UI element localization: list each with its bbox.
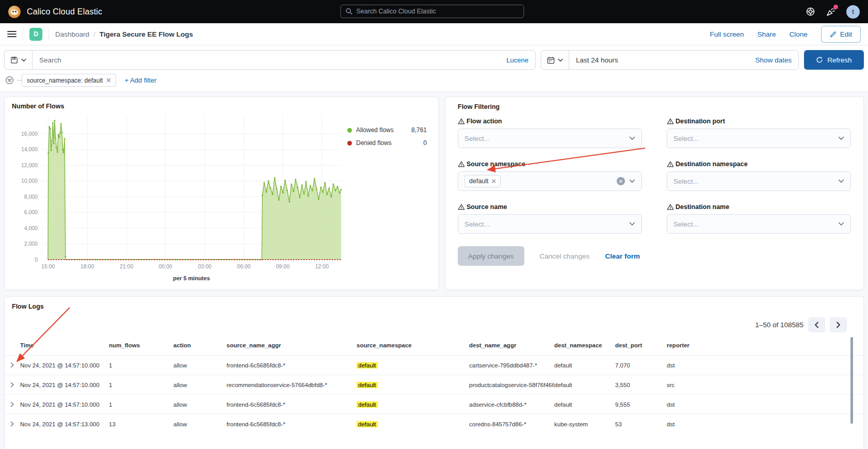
legend-item[interactable]: Denied flows0 [347,139,427,147]
search-input[interactable]: Search [33,56,506,64]
menu-hamburger-icon[interactable] [7,30,17,38]
legend-value: 8,761 [411,126,427,134]
field-label: Source namespace [458,161,642,168]
field-select[interactable]: Select... [667,214,851,234]
field-label: Source name [458,203,642,211]
time-range-value[interactable]: Last 24 hours [569,56,625,64]
breadcrumb-dashboard[interactable]: Dashboard [55,30,89,38]
cancel-changes-button[interactable]: Cancel changes [540,252,590,260]
cell-dest_namespace: kube-system [554,421,615,427]
cell-Time: Nov 24, 2021 @ 14:57:10.000 [20,382,109,388]
next-page-button[interactable] [830,317,847,332]
column-header-source_name_aggr[interactable]: source_name_aggr [227,342,357,348]
table-row: Nov 24, 2021 @ 14:57:10.0001allowrecomme… [5,375,863,394]
share-link[interactable]: Share [757,30,776,38]
expand-row-icon[interactable] [5,382,20,388]
help-icon[interactable] [806,7,815,17]
table-row: Nov 24, 2021 @ 14:57:10.0001allowfronten… [5,355,863,375]
cell-action: allow [173,382,227,388]
chevron-down-icon [629,222,635,226]
warning-icon [667,118,674,125]
cell-Time: Nov 24, 2021 @ 14:57:13.000 [20,421,109,427]
flows-area-chart[interactable]: 02,0004,0006,0008,00010,00012,00014,0001… [12,110,347,284]
cell-source_namespace: default [357,402,469,408]
field-select[interactable]: Select... [667,171,851,191]
refresh-button[interactable]: Refresh [804,50,864,70]
clone-link[interactable]: Clone [789,30,807,38]
flow-logs-panel: Flow Logs 1–50 of 108585 Timenum_flowsac… [4,296,864,449]
column-header-source_namespace[interactable]: source_namespace [357,342,469,348]
cell-Time: Nov 24, 2021 @ 14:57:10.000 [20,402,109,408]
calico-logo-icon [8,6,21,18]
prev-page-button[interactable] [808,317,825,332]
remove-value-icon[interactable] [492,179,496,183]
column-header-action[interactable]: action [173,342,227,348]
breadcrumb-separator: / [93,30,95,38]
column-header-dest_port[interactable]: dest_port [615,342,667,348]
filter-field-destination-name: Destination nameSelect... [667,203,851,234]
saved-query-menu-button[interactable] [5,51,33,69]
cell-source_namespace: default [357,421,469,427]
svg-text:16,000: 16,000 [21,131,38,137]
filter-bar: source_namespace: default + Add filter [0,73,868,92]
flow-logs-title: Flow Logs [5,303,863,310]
svg-text:12:00: 12:00 [315,263,329,269]
user-avatar[interactable]: t [846,5,860,19]
field-select[interactable]: Select... [458,214,642,234]
field-select[interactable]: Select... [667,129,851,148]
news-icon[interactable] [826,7,836,17]
page-title: Tigera Secure EE Flow Logs [100,30,193,38]
column-header-Time[interactable]: Time [20,342,109,348]
clear-selection-icon[interactable]: ✕ [617,177,625,185]
column-header-reporter[interactable]: reporter [667,342,863,348]
clear-form-button[interactable]: Clear form [605,252,640,260]
date-picker-menu-button[interactable] [541,51,569,69]
selected-value-chip[interactable]: default [464,175,501,187]
query-language-toggle[interactable]: Lucene [506,56,535,64]
chevron-down-icon [21,58,26,62]
apply-changes-button[interactable]: Apply changes [458,246,524,266]
cell-num_flows: 1 [109,402,173,408]
number-of-flows-panel: Number of Flows 02,0004,0006,0008,00010,… [4,97,439,290]
add-filter-link[interactable]: + Add filter [124,76,156,84]
select-placeholder: Select... [673,178,834,185]
column-header-dest_name_aggr[interactable]: dest_name_aggr [469,342,554,348]
vertical-scrollbar[interactable] [850,337,853,424]
edit-button[interactable]: Edit [821,26,861,43]
highlighted-value: default [357,382,378,388]
divider [49,27,49,41]
filter-pill-source-namespace[interactable]: source_namespace: default [22,74,116,87]
chart-legend: Allowed flows8,761Denied flows0 [347,110,429,284]
field-label: Destination namespace [667,161,851,168]
legend-item[interactable]: Allowed flows8,761 [347,126,427,134]
flow-logs-header-row: Timenum_flowsactionsource_name_aggrsourc… [5,335,863,355]
expand-row-icon[interactable] [5,421,20,427]
column-header-num_flows[interactable]: num_flows [109,342,173,348]
legend-label: Denied flows [356,139,392,147]
global-search-input[interactable]: Search Calico Cloud Elastic [340,5,524,18]
cell-reporter: dst [667,402,863,408]
space-badge[interactable]: D [29,28,42,41]
svg-text:03:00: 03:00 [198,263,211,269]
expand-row-icon[interactable] [5,362,20,368]
brand: Calico Cloud Elastic [8,6,102,18]
select-placeholder: Select... [464,220,625,228]
chevron-down-icon [629,179,635,183]
chevron-down-icon [838,222,844,226]
field-select[interactable]: default✕ [458,171,642,191]
cell-dest_port: 53 [615,421,667,427]
cell-Time: Nov 24, 2021 @ 14:57:10.000 [20,362,109,368]
field-select[interactable]: Select... [458,129,642,148]
query-bar: Search Lucene Last 24 hours Show dates R… [0,45,868,73]
filter-field-destination-namespace: Destination namespaceSelect... [667,161,851,191]
column-header-dest_namespace[interactable]: dest_namespace [554,342,615,348]
close-icon[interactable] [106,78,111,83]
full-screen-link[interactable]: Full screen [710,30,744,38]
expand-row-icon[interactable] [5,402,20,407]
filter-options-icon[interactable] [5,76,14,85]
svg-text:14,000: 14,000 [21,146,38,152]
svg-text:15:00: 15:00 [41,263,55,269]
svg-text:8,000: 8,000 [24,194,38,200]
cell-dest_name_aggr: adservice-cfcbfb88d-* [469,402,554,408]
show-dates-link[interactable]: Show dates [755,56,798,64]
